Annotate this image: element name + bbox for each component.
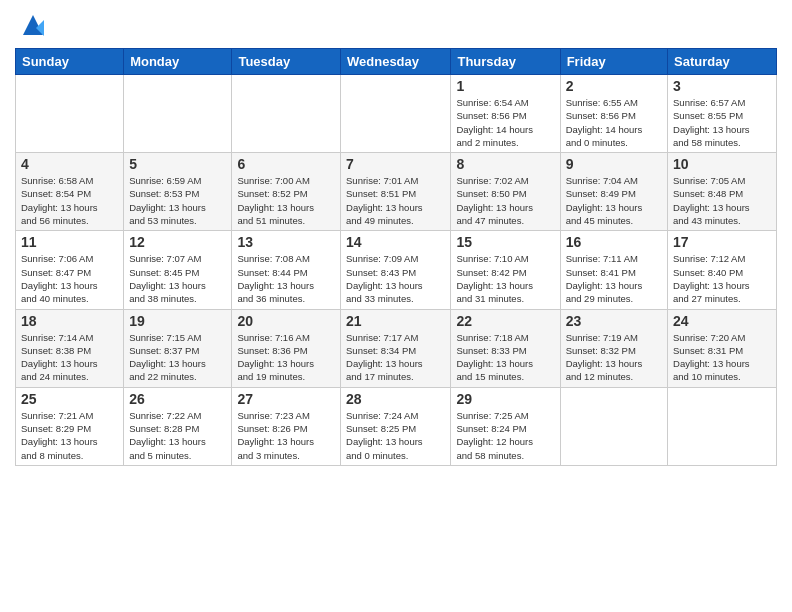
table-row — [560, 387, 667, 465]
header-friday: Friday — [560, 49, 667, 75]
day-number: 20 — [237, 313, 335, 329]
day-info: Sunrise: 6:58 AM Sunset: 8:54 PM Dayligh… — [21, 174, 118, 227]
table-row: 27Sunrise: 7:23 AM Sunset: 8:26 PM Dayli… — [232, 387, 341, 465]
day-number: 8 — [456, 156, 554, 172]
day-info: Sunrise: 7:09 AM Sunset: 8:43 PM Dayligh… — [346, 252, 445, 305]
table-row: 5Sunrise: 6:59 AM Sunset: 8:53 PM Daylig… — [124, 153, 232, 231]
header-tuesday: Tuesday — [232, 49, 341, 75]
day-info: Sunrise: 7:20 AM Sunset: 8:31 PM Dayligh… — [673, 331, 771, 384]
table-row: 6Sunrise: 7:00 AM Sunset: 8:52 PM Daylig… — [232, 153, 341, 231]
day-number: 23 — [566, 313, 662, 329]
day-number: 24 — [673, 313, 771, 329]
table-row — [16, 75, 124, 153]
table-row: 9Sunrise: 7:04 AM Sunset: 8:49 PM Daylig… — [560, 153, 667, 231]
day-info: Sunrise: 7:05 AM Sunset: 8:48 PM Dayligh… — [673, 174, 771, 227]
day-number: 4 — [21, 156, 118, 172]
page: Sunday Monday Tuesday Wednesday Thursday… — [0, 0, 792, 612]
table-row: 29Sunrise: 7:25 AM Sunset: 8:24 PM Dayli… — [451, 387, 560, 465]
table-row: 8Sunrise: 7:02 AM Sunset: 8:50 PM Daylig… — [451, 153, 560, 231]
day-info: Sunrise: 6:54 AM Sunset: 8:56 PM Dayligh… — [456, 96, 554, 149]
table-row: 17Sunrise: 7:12 AM Sunset: 8:40 PM Dayli… — [668, 231, 777, 309]
day-info: Sunrise: 7:18 AM Sunset: 8:33 PM Dayligh… — [456, 331, 554, 384]
day-number: 22 — [456, 313, 554, 329]
table-row: 14Sunrise: 7:09 AM Sunset: 8:43 PM Dayli… — [341, 231, 451, 309]
day-number: 29 — [456, 391, 554, 407]
day-info: Sunrise: 7:00 AM Sunset: 8:52 PM Dayligh… — [237, 174, 335, 227]
header-saturday: Saturday — [668, 49, 777, 75]
day-info: Sunrise: 6:55 AM Sunset: 8:56 PM Dayligh… — [566, 96, 662, 149]
day-number: 19 — [129, 313, 226, 329]
day-number: 15 — [456, 234, 554, 250]
day-info: Sunrise: 7:12 AM Sunset: 8:40 PM Dayligh… — [673, 252, 771, 305]
calendar-week-row: 11Sunrise: 7:06 AM Sunset: 8:47 PM Dayli… — [16, 231, 777, 309]
table-row — [232, 75, 341, 153]
table-row: 23Sunrise: 7:19 AM Sunset: 8:32 PM Dayli… — [560, 309, 667, 387]
table-row: 25Sunrise: 7:21 AM Sunset: 8:29 PM Dayli… — [16, 387, 124, 465]
day-number: 28 — [346, 391, 445, 407]
day-number: 1 — [456, 78, 554, 94]
logo-text — [15, 10, 48, 40]
table-row: 4Sunrise: 6:58 AM Sunset: 8:54 PM Daylig… — [16, 153, 124, 231]
day-number: 13 — [237, 234, 335, 250]
table-row — [124, 75, 232, 153]
day-info: Sunrise: 7:21 AM Sunset: 8:29 PM Dayligh… — [21, 409, 118, 462]
day-info: Sunrise: 7:10 AM Sunset: 8:42 PM Dayligh… — [456, 252, 554, 305]
table-row — [341, 75, 451, 153]
table-row: 7Sunrise: 7:01 AM Sunset: 8:51 PM Daylig… — [341, 153, 451, 231]
calendar-week-row: 1Sunrise: 6:54 AM Sunset: 8:56 PM Daylig… — [16, 75, 777, 153]
day-number: 18 — [21, 313, 118, 329]
table-row: 18Sunrise: 7:14 AM Sunset: 8:38 PM Dayli… — [16, 309, 124, 387]
day-number: 27 — [237, 391, 335, 407]
header-wednesday: Wednesday — [341, 49, 451, 75]
calendar-week-row: 18Sunrise: 7:14 AM Sunset: 8:38 PM Dayli… — [16, 309, 777, 387]
day-number: 11 — [21, 234, 118, 250]
calendar-week-row: 25Sunrise: 7:21 AM Sunset: 8:29 PM Dayli… — [16, 387, 777, 465]
table-row: 3Sunrise: 6:57 AM Sunset: 8:55 PM Daylig… — [668, 75, 777, 153]
table-row: 16Sunrise: 7:11 AM Sunset: 8:41 PM Dayli… — [560, 231, 667, 309]
day-info: Sunrise: 7:17 AM Sunset: 8:34 PM Dayligh… — [346, 331, 445, 384]
day-info: Sunrise: 7:23 AM Sunset: 8:26 PM Dayligh… — [237, 409, 335, 462]
table-row: 28Sunrise: 7:24 AM Sunset: 8:25 PM Dayli… — [341, 387, 451, 465]
day-info: Sunrise: 6:57 AM Sunset: 8:55 PM Dayligh… — [673, 96, 771, 149]
header-thursday: Thursday — [451, 49, 560, 75]
day-number: 10 — [673, 156, 771, 172]
table-row: 10Sunrise: 7:05 AM Sunset: 8:48 PM Dayli… — [668, 153, 777, 231]
day-number: 2 — [566, 78, 662, 94]
day-number: 5 — [129, 156, 226, 172]
table-row: 12Sunrise: 7:07 AM Sunset: 8:45 PM Dayli… — [124, 231, 232, 309]
day-info: Sunrise: 7:24 AM Sunset: 8:25 PM Dayligh… — [346, 409, 445, 462]
table-row — [668, 387, 777, 465]
calendar-table: Sunday Monday Tuesday Wednesday Thursday… — [15, 48, 777, 466]
table-row: 13Sunrise: 7:08 AM Sunset: 8:44 PM Dayli… — [232, 231, 341, 309]
calendar-header-row: Sunday Monday Tuesday Wednesday Thursday… — [16, 49, 777, 75]
table-row: 19Sunrise: 7:15 AM Sunset: 8:37 PM Dayli… — [124, 309, 232, 387]
day-info: Sunrise: 7:04 AM Sunset: 8:49 PM Dayligh… — [566, 174, 662, 227]
calendar-week-row: 4Sunrise: 6:58 AM Sunset: 8:54 PM Daylig… — [16, 153, 777, 231]
day-number: 25 — [21, 391, 118, 407]
day-number: 16 — [566, 234, 662, 250]
table-row: 22Sunrise: 7:18 AM Sunset: 8:33 PM Dayli… — [451, 309, 560, 387]
day-info: Sunrise: 7:08 AM Sunset: 8:44 PM Dayligh… — [237, 252, 335, 305]
day-number: 3 — [673, 78, 771, 94]
logo-icon — [18, 10, 48, 40]
table-row: 26Sunrise: 7:22 AM Sunset: 8:28 PM Dayli… — [124, 387, 232, 465]
table-row: 20Sunrise: 7:16 AM Sunset: 8:36 PM Dayli… — [232, 309, 341, 387]
day-number: 9 — [566, 156, 662, 172]
day-number: 17 — [673, 234, 771, 250]
day-info: Sunrise: 7:25 AM Sunset: 8:24 PM Dayligh… — [456, 409, 554, 462]
day-info: Sunrise: 7:06 AM Sunset: 8:47 PM Dayligh… — [21, 252, 118, 305]
day-number: 6 — [237, 156, 335, 172]
day-info: Sunrise: 7:16 AM Sunset: 8:36 PM Dayligh… — [237, 331, 335, 384]
day-info: Sunrise: 7:01 AM Sunset: 8:51 PM Dayligh… — [346, 174, 445, 227]
table-row: 15Sunrise: 7:10 AM Sunset: 8:42 PM Dayli… — [451, 231, 560, 309]
header-monday: Monday — [124, 49, 232, 75]
day-info: Sunrise: 7:07 AM Sunset: 8:45 PM Dayligh… — [129, 252, 226, 305]
day-info: Sunrise: 7:22 AM Sunset: 8:28 PM Dayligh… — [129, 409, 226, 462]
table-row: 2Sunrise: 6:55 AM Sunset: 8:56 PM Daylig… — [560, 75, 667, 153]
header-sunday: Sunday — [16, 49, 124, 75]
day-info: Sunrise: 7:14 AM Sunset: 8:38 PM Dayligh… — [21, 331, 118, 384]
table-row: 11Sunrise: 7:06 AM Sunset: 8:47 PM Dayli… — [16, 231, 124, 309]
day-info: Sunrise: 7:19 AM Sunset: 8:32 PM Dayligh… — [566, 331, 662, 384]
table-row: 21Sunrise: 7:17 AM Sunset: 8:34 PM Dayli… — [341, 309, 451, 387]
day-number: 26 — [129, 391, 226, 407]
